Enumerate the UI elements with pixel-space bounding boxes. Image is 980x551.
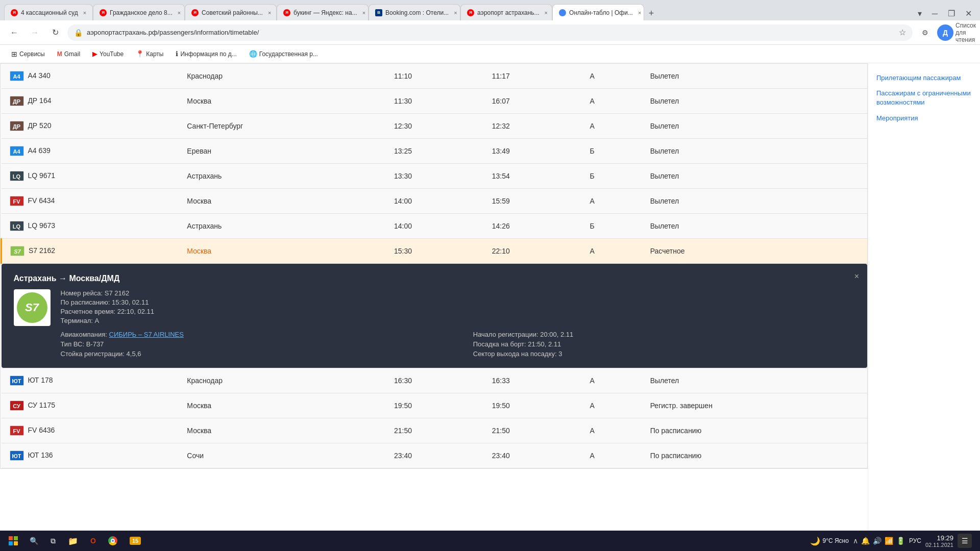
sidebar-link-events[interactable]: Мероприятия xyxy=(876,114,972,123)
network-icon[interactable]: 📶 xyxy=(885,537,893,545)
table-row[interactable]: A4 А4 340 Краснодар 11:10 11:17 А Вылете… xyxy=(2,64,868,89)
flight-actual: 16:07 xyxy=(484,89,582,114)
flight-airline-logo: ЮТ ЮТ 136 xyxy=(2,443,179,468)
table-row[interactable]: ДР ДР 520 Санкт-Петербург 12:30 12:32 А … xyxy=(2,114,868,139)
tab-close-4[interactable]: × xyxy=(362,10,365,16)
sidebar-link-arriving[interactable]: Прилетающим пассажирам xyxy=(876,73,972,83)
flight-airline-logo: ДР ДР 164 xyxy=(2,89,179,114)
popup-checkin-desk: Стойка регистрации: 4,5,6 xyxy=(61,350,443,358)
gate-label: Сектор выхода на посадку: xyxy=(473,350,557,358)
tab-close-5[interactable]: × xyxy=(454,10,457,16)
svg-rect-0 xyxy=(9,536,13,540)
table-row[interactable]: ЮТ ЮТ 178 Краснодар 16:30 16:33 А Вылете… xyxy=(2,368,868,393)
tab-2[interactable]: Я Гражданское дело 8... × xyxy=(93,4,185,20)
system-clock[interactable]: 19:29 02.11.2021 xyxy=(925,534,953,548)
tab-1[interactable]: Я 4 кассационный суд × xyxy=(4,4,93,20)
flight-scheduled: 16:30 xyxy=(386,368,484,393)
bookmark-youtube[interactable]: ▶ YouTube xyxy=(87,48,129,60)
flight-number: S7 2162 xyxy=(29,246,55,255)
tab-6[interactable]: Я аэропорт астрахань... × xyxy=(460,4,552,20)
table-row[interactable]: S7 S7 2162 Москва 15:30 22:10 А Расчетно… xyxy=(2,239,868,264)
language-button[interactable]: РУС xyxy=(909,537,921,544)
forward-button[interactable]: → xyxy=(27,24,43,41)
bookmark-gov[interactable]: 🌐 Государственная р... xyxy=(244,48,323,60)
flight-destination: Краснодар xyxy=(179,368,386,393)
table-row[interactable]: FV FV 6436 Москва 21:50 21:50 А По распи… xyxy=(2,418,868,443)
profile-button[interactable]: Д xyxy=(937,24,953,41)
sidebar-link-disabled[interactable]: Пассажирам с ограниченными возможностями xyxy=(876,89,972,107)
airline-link[interactable]: СИБИРЬ – S7 AIRLINES xyxy=(109,331,184,338)
taskbar-app15[interactable]: 15 xyxy=(125,532,146,550)
reload-button[interactable]: ↻ xyxy=(47,24,63,41)
flight-airline-logo: СУ СУ 1175 xyxy=(2,393,179,418)
tab-4[interactable]: Я букинг — Яндекс: на... × xyxy=(277,4,369,20)
flight-airline-logo: ЮТ ЮТ 178 xyxy=(2,368,179,393)
table-row[interactable]: LQ LQ 9673 Астрахань 14:00 14:26 Б Вылет… xyxy=(2,214,868,239)
flight-destination: Ереван xyxy=(179,139,386,164)
chrome-icon xyxy=(108,536,117,545)
table-row[interactable]: ДР ДР 164 Москва 11:30 16:07 А Вылетел xyxy=(2,89,868,114)
flight-terminal: Б xyxy=(581,164,642,189)
table-row[interactable]: A4 А4 639 Ереван 13:25 13:49 Б Вылетел xyxy=(2,139,868,164)
table-row[interactable]: LQ LQ 9671 Астрахань 13:30 13:54 Б Вылет… xyxy=(2,164,868,189)
aircraft-val: B-737 xyxy=(86,340,104,348)
tab-close-7[interactable]: × xyxy=(638,10,641,16)
flight-number: ДР 164 xyxy=(28,96,51,105)
address-bar[interactable]: 🔒 аэропортастрахань.рф/passengers/inform… xyxy=(67,24,913,41)
taskbar-taskview[interactable]: ⧉ xyxy=(45,532,61,550)
tab-5[interactable]: B Booking.com : Отели... × xyxy=(369,4,460,20)
checkin-desk-label: Стойка регистрации: xyxy=(61,350,125,358)
table-row[interactable]: СУ СУ 1175 Москва 19:50 19:50 А Регистр.… xyxy=(2,393,868,418)
add-tab-button[interactable]: + xyxy=(644,6,658,20)
bookmark-maps[interactable]: 📍 Карты xyxy=(131,48,168,60)
tab-close-3[interactable]: × xyxy=(268,10,271,16)
flight-actual: 14:26 xyxy=(484,214,582,239)
flight-number: FV 6434 xyxy=(28,196,55,205)
flight-actual: 23:40 xyxy=(484,443,582,468)
flight-airline-logo: LQ LQ 9671 xyxy=(2,164,179,189)
popup-aircraft: Тип ВС: B-737 xyxy=(61,340,443,348)
bookmark-servisy[interactable]: ⊞ Сервисы xyxy=(6,48,50,60)
battery-icon[interactable]: 🔋 xyxy=(896,537,905,545)
popup-estimated: Расчетное время: 22:10, 02.11 xyxy=(61,308,855,315)
back-button[interactable]: ← xyxy=(6,24,22,41)
flight-actual: 16:33 xyxy=(484,368,582,393)
action-center-button[interactable]: ☰ xyxy=(958,534,972,548)
reading-list-button[interactable]: Список для чтения xyxy=(958,24,974,41)
table-row[interactable]: FV FV 6434 Москва 14:00 15:59 А Вылетел xyxy=(2,189,868,214)
tab-close-1[interactable]: × xyxy=(83,10,86,16)
flight-terminal: А xyxy=(581,443,642,468)
minimize-button[interactable]: ─ xyxy=(928,7,942,20)
taskbar-chrome[interactable] xyxy=(103,532,122,550)
flight-terminal: А xyxy=(581,418,642,443)
tray-expand-icon[interactable]: ∧ xyxy=(853,537,858,545)
flight-actual: 13:54 xyxy=(484,164,582,189)
star-icon[interactable]: ☆ xyxy=(899,28,906,37)
taskbar-explorer[interactable]: 📁 xyxy=(63,532,83,550)
tab-list-button[interactable]: ▾ xyxy=(914,7,926,20)
close-window-button[interactable]: ✕ xyxy=(961,7,976,20)
popup-close-button[interactable]: × xyxy=(854,272,859,281)
tab-label-1: 4 кассационный суд xyxy=(21,9,78,16)
taskbar-search[interactable]: 🔍 xyxy=(24,532,43,550)
restore-button[interactable]: ❐ xyxy=(944,7,959,20)
taskbar-office[interactable]: O xyxy=(85,532,101,550)
flight-status: Вылетел xyxy=(642,189,867,214)
tab-close-2[interactable]: × xyxy=(178,10,181,16)
bookmark-info[interactable]: ℹ Информация по д... xyxy=(170,48,241,60)
flight-status: Вылетел xyxy=(642,139,867,164)
taskbar-tray: 🌙 9°С Ясно ∧ 🔔 🔊 📶 🔋 РУС 19:29 02.11.202… xyxy=(806,534,976,548)
volume-icon[interactable]: 🔊 xyxy=(873,537,881,545)
weather-widget[interactable]: 🌙 9°С Ясно xyxy=(810,536,848,546)
tab-favicon-6: Я xyxy=(467,9,474,16)
start-button[interactable] xyxy=(4,532,22,550)
extensions-button[interactable]: ⚙ xyxy=(917,24,933,41)
bookmark-gmail[interactable]: M Gmail xyxy=(52,48,85,60)
tab-close-6[interactable]: × xyxy=(545,10,548,16)
tab-3[interactable]: Я Советский районны... × xyxy=(185,4,277,20)
schedule-val: 15:30, 02.11 xyxy=(112,298,149,306)
flight-popup-row: Астрахань → Москва/ДМД × S7 Номер рейса:… xyxy=(2,264,868,368)
table-row[interactable]: ЮТ ЮТ 136 Сочи 23:40 23:40 А По расписан… xyxy=(2,443,868,468)
tab-7[interactable]: Онлайн-табло | Офи... × xyxy=(552,4,644,20)
notification-icon[interactable]: 🔔 xyxy=(861,537,870,545)
